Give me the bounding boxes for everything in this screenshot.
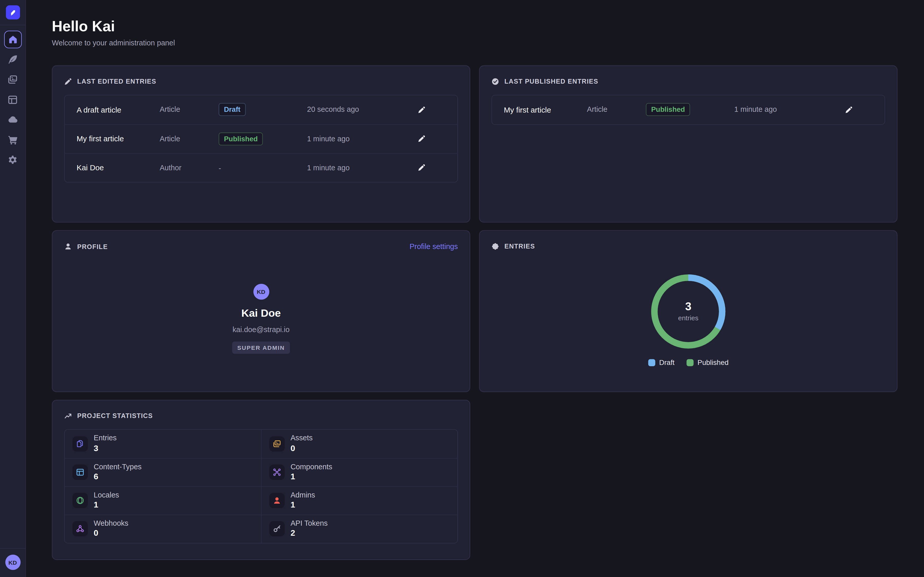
home-icon — [8, 35, 18, 44]
stat-value: 0 — [291, 444, 313, 453]
entry-type: Article — [587, 106, 646, 114]
chart-legend: Draft Published — [491, 358, 885, 367]
profile-card: PROFILE Profile settings KD Kai Doe kai.… — [52, 230, 470, 392]
profile-email: kai.doe@strapi.io — [233, 326, 289, 334]
stat-label: Webhooks — [94, 520, 128, 528]
profile-name: Kai Doe — [241, 307, 281, 319]
legend-item-published: Published — [687, 358, 729, 367]
entry-updated: 20 seconds ago — [307, 106, 415, 114]
entry-type: Article — [160, 135, 219, 143]
entry-status-cell: Published — [646, 103, 734, 116]
edit-entry-button[interactable] — [415, 132, 428, 145]
stat-value: 1 — [291, 472, 333, 481]
card-header: LAST PUBLISHED ENTRIES — [491, 77, 885, 85]
stat-admins: Admins1 — [261, 486, 457, 514]
sidebar-item-content-type-builder[interactable] — [4, 91, 21, 108]
person-icon — [64, 243, 72, 250]
stat-icon-tile — [269, 521, 284, 537]
entry-status-cell: - — [219, 162, 307, 173]
role-badge: SUPER ADMIN — [232, 341, 290, 354]
stat-icon-tile — [73, 521, 88, 537]
stat-assets: Assets0 — [261, 430, 457, 458]
strapi-logo-icon[interactable] — [6, 5, 20, 19]
profile-body: KD Kai Doe kai.doe@strapi.io SUPER ADMIN — [64, 251, 458, 354]
sidebar-item-marketplace[interactable] — [4, 131, 21, 148]
entry-name: Kai Doe — [76, 163, 160, 172]
sidebar-item-settings[interactable] — [4, 151, 21, 169]
images-icon — [273, 440, 281, 448]
table-row[interactable]: My first article Article Published 1 min… — [492, 95, 884, 124]
card-title: ENTRIES — [504, 243, 535, 250]
page-subtitle: Welcome to your administration panel — [52, 39, 898, 47]
check-circle-icon — [491, 77, 499, 85]
project-statistics-card: PROJECT STATISTICS Entries3 Assets0 Cont… — [52, 400, 470, 559]
stat-webhooks: Webhooks0 — [65, 514, 261, 543]
layout-icon — [76, 468, 84, 477]
stat-value: 3 — [94, 444, 116, 453]
pencil-icon — [418, 164, 425, 172]
user-icon — [273, 496, 281, 504]
stat-label: Admins — [291, 492, 315, 500]
stat-value: 0 — [94, 529, 128, 538]
status-badge: Draft — [219, 103, 246, 116]
statistics-table: Entries3 Assets0 Content-Types6 Componen… — [64, 429, 458, 543]
user-avatar[interactable]: KD — [5, 555, 21, 570]
status-badge: Published — [646, 103, 690, 116]
edit-entry-button[interactable] — [415, 161, 428, 174]
edit-entry-button[interactable] — [842, 103, 855, 116]
globe-icon — [76, 496, 84, 504]
edit-entry-button[interactable] — [415, 103, 428, 116]
sidebar-item-cloud[interactable] — [4, 111, 21, 129]
card-title: LAST PUBLISHED ENTRIES — [504, 78, 598, 85]
cart-icon — [8, 135, 18, 145]
stat-value: 6 — [94, 472, 142, 481]
table-row[interactable]: Kai Doe Author - 1 minute ago — [65, 153, 457, 182]
sidebar-footer-divider — [0, 548, 26, 549]
stat-locales: Locales1 — [65, 486, 261, 514]
last-edited-entries-card: LAST EDITED ENTRIES A draft article Arti… — [52, 65, 470, 222]
stat-value: 1 — [291, 501, 315, 510]
entry-type: Author — [160, 164, 219, 172]
sidebar-divider — [0, 25, 26, 25]
dashboard-grid: LAST EDITED ENTRIES A draft article Arti… — [52, 65, 898, 560]
table-row[interactable]: My first article Article Published 1 min… — [65, 124, 457, 153]
status-badge: Published — [219, 132, 263, 145]
sidebar-item-home[interactable] — [4, 31, 21, 48]
stat-label: API Tokens — [291, 520, 328, 528]
pencil-icon — [64, 77, 72, 85]
entry-status-cell: Published — [219, 132, 307, 145]
file-icon — [76, 440, 84, 448]
sidebar-item-media-library[interactable] — [4, 71, 21, 89]
pencil-icon — [418, 106, 425, 114]
strapi-admin-app: KD Hello Kai Welcome to your administrat… — [0, 0, 924, 577]
pencil-icon — [418, 135, 425, 143]
feather-icon — [8, 54, 18, 64]
legend-label: Draft — [659, 358, 675, 367]
stat-icon-tile — [269, 493, 284, 508]
stat-api-tokens: API Tokens2 — [261, 514, 457, 543]
card-title: PROFILE — [77, 243, 108, 250]
table-row[interactable]: A draft article Article Draft 20 seconds… — [65, 95, 457, 124]
main-content: Hello Kai Welcome to your administration… — [26, 0, 924, 577]
legend-label: Published — [698, 358, 729, 367]
stat-entries: Entries3 — [65, 430, 261, 458]
stat-label: Assets — [291, 435, 313, 443]
stat-components: Components1 — [261, 458, 457, 486]
page-title: Hello Kai — [52, 18, 898, 35]
sidebar-nav — [4, 29, 21, 169]
legend-item-draft: Draft — [648, 358, 675, 367]
published-swatch — [687, 359, 693, 366]
cloud-icon — [8, 114, 18, 125]
last-edited-table: A draft article Article Draft 20 seconds… — [64, 95, 458, 182]
entry-name: My first article — [504, 105, 587, 114]
entry-updated: 1 minute ago — [307, 164, 415, 172]
stat-value: 1 — [94, 501, 119, 510]
profile-settings-link[interactable]: Profile settings — [410, 242, 458, 251]
status-empty: - — [219, 164, 221, 172]
sidebar-item-content-manager[interactable] — [4, 50, 21, 68]
card-title: LAST EDITED ENTRIES — [77, 78, 156, 85]
stat-icon-tile — [73, 465, 88, 480]
last-published-entries-card: LAST PUBLISHED ENTRIES My first article … — [479, 65, 898, 222]
layout-icon — [8, 94, 18, 105]
stat-label: Content-Types — [94, 463, 142, 471]
